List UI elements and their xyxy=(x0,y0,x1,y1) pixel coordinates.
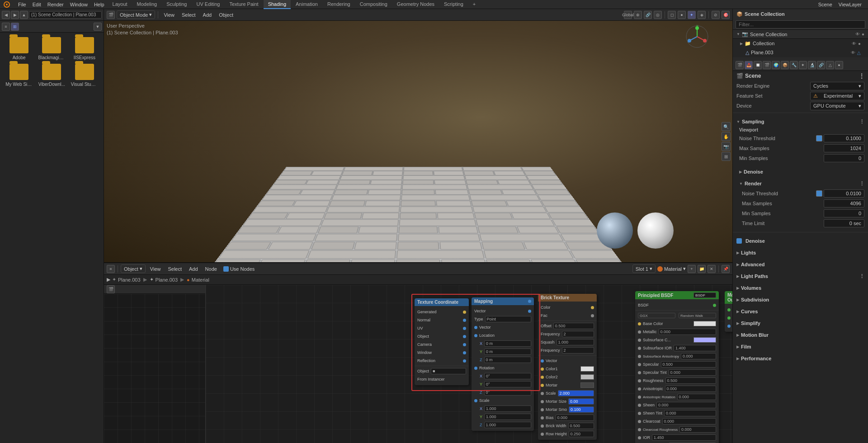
denoise-subsection[interactable]: ▶ Denoise xyxy=(733,167,868,177)
gizmo-btn[interactable]: 🎯 xyxy=(722,11,730,19)
sampling-options-btn[interactable]: ⋮ xyxy=(859,119,864,125)
list-item[interactable]: My Web Sites xyxy=(5,64,33,87)
snap-btn[interactable]: 🔗 xyxy=(644,11,652,19)
list-item[interactable]: Visual Studio... xyxy=(70,64,99,87)
lights-section[interactable]: ▶ Lights xyxy=(733,248,868,258)
tab-geometry-nodes[interactable]: Geometry Nodes xyxy=(392,0,439,9)
brick-scale-value[interactable]: 2.000 xyxy=(558,390,594,396)
film-section[interactable]: ▶ Film xyxy=(733,342,868,352)
device-dropdown[interactable]: GPU Compute ▾ xyxy=(810,102,864,110)
collection-item-collection[interactable]: ▶ 📁 Collection 👁 ● xyxy=(733,39,868,48)
use-nodes-checkbox[interactable] xyxy=(223,266,229,272)
render-options-btn[interactable]: ⋮ xyxy=(859,181,864,187)
time-limit-value[interactable]: 0 sec xyxy=(824,219,864,227)
render-noise-value[interactable]: 0.0100 xyxy=(824,189,864,198)
zoom-in-btn[interactable]: 🔍 xyxy=(722,122,731,131)
particles-props-tab[interactable]: ✦ xyxy=(799,61,807,69)
render-min-samples-value[interactable]: 0 xyxy=(824,209,864,217)
node-material-output[interactable]: Material Output All Surface Volume xyxy=(725,291,732,332)
brick-rh-value[interactable]: 0.250 xyxy=(569,431,594,437)
pin-btn[interactable]: 📌 xyxy=(722,265,730,273)
performance-section[interactable]: ▶ Performance xyxy=(733,353,868,363)
volumes-section[interactable]: ▶ Volumes xyxy=(733,283,868,293)
rot-y-value[interactable]: 0° xyxy=(484,381,531,387)
render-props-tab[interactable]: 🎬 xyxy=(736,61,744,69)
scene-name[interactable]: Scene xyxy=(816,2,834,7)
vis-icon[interactable]: 👁 xyxy=(855,32,860,37)
freq-value[interactable]: 2 xyxy=(562,331,594,337)
sheen-tint-value[interactable]: 0.000 xyxy=(664,410,716,416)
view-menu-3d[interactable]: View xyxy=(161,11,177,19)
viewport-gizmo[interactable]: Y X Z xyxy=(685,24,710,49)
nav-forward-btn[interactable]: ▶ xyxy=(11,11,19,19)
path-bar[interactable]: (1) Scene Collection | Plane.003 xyxy=(29,11,102,19)
use-nodes-toggle[interactable]: Use Nodes xyxy=(223,266,255,272)
simplify-section[interactable]: ▶ Simplify xyxy=(733,318,868,328)
roughness-value[interactable]: 0.500 xyxy=(665,377,716,384)
tab-scripting[interactable]: Scripting xyxy=(439,0,468,9)
list-item[interactable]: Adobe xyxy=(5,37,33,60)
list-item[interactable]: ViberDownl... xyxy=(37,64,66,87)
shader-canvas[interactable]: Texture Coordinate Generated Normal xyxy=(206,285,732,443)
new-material-btn[interactable]: + xyxy=(688,265,696,273)
viewlayer-name[interactable]: ViewLayer xyxy=(837,2,863,7)
object-props-tab[interactable]: 📦 xyxy=(781,61,789,69)
shader-object-selector[interactable]: Object ▾ xyxy=(121,264,146,273)
search-input[interactable] xyxy=(736,20,865,28)
denoise-section[interactable]: Denoise xyxy=(733,236,868,246)
render-max-samples-value[interactable]: 4096 xyxy=(824,199,864,207)
shading-wire-btn[interactable]: ◻ xyxy=(668,11,676,19)
feature-set-dropdown[interactable]: ⚠ Experimental ▾ xyxy=(810,92,864,100)
menu-edit[interactable]: Edit xyxy=(30,0,44,9)
shader-node-menu[interactable]: Node xyxy=(203,265,220,273)
scene-props-tab[interactable]: 🎬 xyxy=(763,61,771,69)
brick-msm-value[interactable]: 0.100 xyxy=(569,406,594,413)
tab-uv-editing[interactable]: UV Editing xyxy=(192,0,224,9)
anisotropic-value[interactable]: 0.000 xyxy=(665,386,716,392)
view-layer-props-tab[interactable]: 🔲 xyxy=(754,61,762,69)
offset-value[interactable]: 0.500 xyxy=(553,323,594,329)
grid-btn[interactable]: ⊞ xyxy=(722,152,731,161)
constraints-props-tab[interactable]: 🔗 xyxy=(817,61,825,69)
coll-vis-icon[interactable]: 👁 xyxy=(852,41,856,46)
shading-material-btn[interactable]: ◈ xyxy=(698,11,706,19)
menu-render[interactable]: Render xyxy=(45,0,66,9)
grid-view-btn[interactable]: ⊞ xyxy=(11,23,19,31)
hand-btn[interactable]: ✋ xyxy=(722,132,731,141)
noise-threshold-value[interactable]: 0.1000 xyxy=(824,134,864,142)
render-engine-dropdown[interactable]: Cycles ▾ xyxy=(810,82,864,90)
tab-layout[interactable]: Layout xyxy=(108,0,132,9)
shader-add-menu[interactable]: Add xyxy=(186,265,201,273)
curves-section[interactable]: ▶ Curves xyxy=(733,306,868,316)
render-subsection[interactable]: ▼ Render ⋮ xyxy=(733,179,868,189)
tab-rendering[interactable]: Rendering xyxy=(323,0,355,9)
nav-up-btn[interactable]: ▲ xyxy=(20,11,28,19)
advanced-section[interactable]: ▶ Advanced xyxy=(733,259,868,269)
breadcrumb-item-mesh[interactable]: ✦ xyxy=(112,277,116,283)
breadcrumb-material[interactable]: Material xyxy=(192,277,209,283)
tab-add[interactable]: + xyxy=(468,0,480,9)
squash-freq-value[interactable]: 2 xyxy=(562,347,594,353)
cc-rough-value[interactable]: 0.000 xyxy=(679,426,716,433)
list-item[interactable]: IISExpress xyxy=(70,37,99,60)
sub-aniso-value[interactable]: 0.000 xyxy=(681,353,716,359)
menu-file[interactable]: File xyxy=(15,0,29,9)
tab-modeling[interactable]: Modeling xyxy=(132,0,162,9)
modifier-props-tab[interactable]: 🔧 xyxy=(790,61,798,69)
tab-animation[interactable]: Animation xyxy=(291,0,322,9)
metallic-value[interactable]: 0.000 xyxy=(659,329,716,335)
plane-vis-icon[interactable]: 👁 xyxy=(851,50,855,55)
world-props-tab[interactable]: 🌍 xyxy=(772,61,780,69)
light-paths-options[interactable]: ⋮ xyxy=(859,273,864,279)
loc-y-value[interactable]: 0 m xyxy=(484,349,531,355)
material-type-selector[interactable]: Material ▾ xyxy=(657,266,686,272)
overlay-btn[interactable]: ⊘ xyxy=(712,11,720,19)
output-props-tab[interactable]: 📤 xyxy=(745,61,753,69)
menu-window[interactable]: Window xyxy=(67,0,90,9)
brick-bw-value[interactable]: 0.500 xyxy=(568,423,594,429)
pivot-btn[interactable]: ⊕ xyxy=(634,11,642,19)
aniso-rot-value[interactable]: 0.000 xyxy=(677,394,716,400)
physics-props-tab[interactable]: 🔬 xyxy=(808,61,816,69)
proportional-btn[interactable]: ◎ xyxy=(654,11,662,19)
subdivision-section[interactable]: ▶ Subdivision xyxy=(733,295,868,305)
